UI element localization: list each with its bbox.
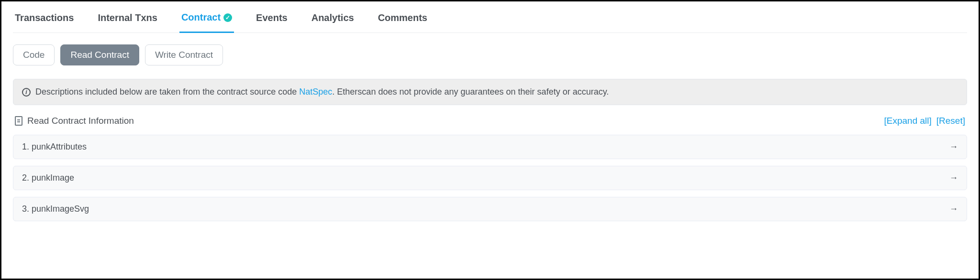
function-row-punkAttributes[interactable]: 1. punkAttributes → xyxy=(13,135,967,159)
function-label: 3. punkImageSvg xyxy=(22,204,89,214)
read-section-title: Read Contract Information xyxy=(27,116,134,126)
tab-contract[interactable]: Contract ✓ xyxy=(179,12,234,33)
contract-subtabs: Code Read Contract Write Contract xyxy=(13,33,967,79)
reset-link[interactable]: [Reset] xyxy=(936,116,965,126)
natspec-link[interactable]: NatSpec xyxy=(299,87,332,97)
main-tabs: Transactions Internal Txns Contract ✓ Ev… xyxy=(13,1,967,33)
function-row-punkImage[interactable]: 2. punkImage → xyxy=(13,166,967,190)
subtab-code[interactable]: Code xyxy=(13,44,55,65)
arrow-right-icon: → xyxy=(949,173,958,183)
tab-contract-label: Contract xyxy=(181,12,221,23)
function-label: 2. punkImage xyxy=(22,173,74,183)
document-icon xyxy=(15,116,22,126)
info-icon: i xyxy=(22,88,31,97)
disclaimer-suffix: . Etherscan does not provide any guarant… xyxy=(332,87,609,97)
natspec-disclaimer: i Descriptions included below are taken … xyxy=(13,79,967,105)
expand-all-link[interactable]: [Expand all] xyxy=(884,116,932,126)
tab-analytics[interactable]: Analytics xyxy=(310,12,356,32)
subtab-write-contract[interactable]: Write Contract xyxy=(145,44,223,65)
arrow-right-icon: → xyxy=(949,142,958,152)
function-label: 1. punkAttributes xyxy=(22,142,87,152)
tab-events[interactable]: Events xyxy=(254,12,290,32)
subtab-read-contract[interactable]: Read Contract xyxy=(60,44,139,65)
disclaimer-text: Descriptions included below are taken fr… xyxy=(35,87,609,97)
tab-internal-txns[interactable]: Internal Txns xyxy=(96,12,159,32)
function-row-punkImageSvg[interactable]: 3. punkImageSvg → xyxy=(13,197,967,221)
tab-comments[interactable]: Comments xyxy=(376,12,429,32)
arrow-right-icon: → xyxy=(949,204,958,214)
read-section-header: Read Contract Information [Expand all] [… xyxy=(13,105,967,135)
disclaimer-prefix: Descriptions included below are taken fr… xyxy=(35,87,299,97)
verified-check-icon: ✓ xyxy=(223,13,232,22)
tab-transactions[interactable]: Transactions xyxy=(13,12,76,32)
